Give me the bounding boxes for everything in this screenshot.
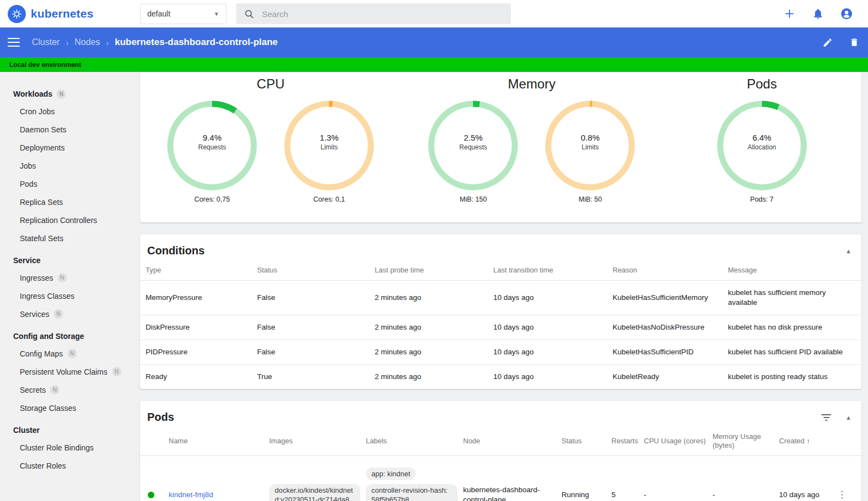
namespaced-badge: N — [112, 367, 121, 376]
sidebar-item-label: Deployments — [20, 143, 65, 152]
condition-type: PIDPressure — [140, 340, 257, 365]
pod-cpu-usage: - — [644, 456, 713, 501]
sidebar-item-deployments[interactable]: Deployments — [0, 138, 136, 157]
sidebar-item-label: Services — [20, 310, 49, 319]
search-icon — [244, 9, 254, 19]
row-actions-column — [837, 427, 861, 456]
delete-trash-icon[interactable] — [849, 37, 859, 48]
condition-message: kubelet has sufficient PID available — [728, 340, 861, 365]
pod-memory-usage: - — [713, 456, 779, 501]
row-actions-kebab-icon[interactable]: ⋮ — [837, 489, 847, 500]
donut-percent-value: 9.4% — [203, 133, 221, 142]
sidebar-item-persistent-volume-claims[interactable]: Persistent Volume Claims N — [0, 363, 136, 381]
sidebar-item-services[interactable]: Services N — [0, 305, 136, 323]
pod-name-link[interactable]: kindnet-fmj8d — [169, 491, 213, 499]
sidebar-group-label: Config and Storage — [13, 332, 84, 341]
sidebar-group-label: Workloads — [13, 90, 52, 98]
conditions-card: Conditions ▲ Type Status Last probe time… — [140, 235, 861, 389]
sidebar-item-cluster-role-bindings[interactable]: Cluster Role Bindings — [0, 438, 136, 457]
sidebar-item-storage-classes[interactable]: Storage Classes — [0, 399, 136, 417]
namespace-value: default — [147, 9, 214, 18]
donut-total: Pods: 7 — [750, 196, 774, 203]
chevron-down-icon: ▼ — [214, 11, 219, 17]
donut-label: Limits — [582, 143, 599, 151]
column-header: Status — [257, 260, 375, 281]
cpu-chart-title: CPU — [140, 76, 401, 94]
brand[interactable]: kubernetes — [0, 5, 136, 23]
pod-image-chip: docker.io/kindest/kindnetd:v20230511-dc7… — [269, 484, 360, 501]
sidebar-item-cluster-roles[interactable]: Cluster Roles — [0, 457, 136, 475]
pod-status-ok-icon — [148, 492, 154, 498]
sidebar-item-cron-jobs[interactable]: Cron Jobs — [0, 102, 136, 120]
sidebar-item-daemon-sets[interactable]: Daemon Sets — [0, 120, 136, 138]
namespaced-badge: N — [68, 349, 77, 358]
sidebar-item-label: Persistent Volume Claims — [20, 368, 108, 376]
notifications-bell-icon[interactable] — [811, 7, 825, 21]
create-resource-button[interactable] — [782, 7, 797, 21]
user-account-icon[interactable] — [839, 7, 854, 21]
pods-allocation-donut-chart: 6.4% Allocation Pods: 7 — [717, 101, 807, 203]
pod-created: 10 days ago — [779, 456, 837, 501]
condition-last-probe: 2 minutes ago — [375, 315, 493, 340]
condition-reason: KubeletReady — [613, 365, 728, 389]
condition-last-probe: 2 minutes ago — [375, 281, 493, 315]
breadcrumb-nodes[interactable]: Nodes — [75, 37, 100, 47]
cpu-requests-donut-chart: 9.4% Requests Cores: 0,75 — [167, 101, 257, 203]
memory-chart-title: Memory — [401, 76, 662, 94]
donut-label: Requests — [198, 143, 226, 151]
condition-reason: KubeletHasSufficientMemory — [613, 281, 728, 315]
sidebar-item-pods[interactable]: Pods — [0, 175, 136, 193]
donut-percent-value: 6.4% — [753, 133, 771, 142]
pods-title: Pods — [147, 411, 821, 424]
donut-total: Cores: 0,75 — [194, 196, 230, 203]
collapse-section-icon[interactable]: ▲ — [845, 414, 852, 421]
page-title: kubernetes-dashboard-control-plane — [115, 37, 278, 48]
brand-name: kubernetes — [31, 7, 93, 20]
chevron-right-icon: › — [66, 38, 69, 47]
namespaced-badge: N — [58, 273, 67, 282]
breadcrumb-cluster[interactable]: Cluster — [32, 37, 60, 47]
column-header: Name — [169, 427, 269, 456]
menu-hamburger-icon[interactable] — [8, 38, 20, 47]
column-header: Last transition time — [493, 260, 613, 281]
edit-pencil-icon[interactable] — [822, 37, 833, 48]
search-input[interactable] — [262, 9, 503, 19]
sidebar-item-config-maps[interactable]: Config Maps N — [0, 344, 136, 363]
condition-type: DiskPressure — [140, 315, 257, 340]
sidebar-item-replication-controllers[interactable]: Replication Controllers — [0, 211, 136, 229]
condition-message: kubelet has no disk pressure — [728, 315, 861, 340]
column-header: Reason — [613, 260, 728, 281]
pods-chart-title: Pods — [663, 76, 861, 94]
search-bar[interactable] — [236, 3, 511, 24]
condition-last-transition: 10 days ago — [493, 365, 613, 389]
pods-table: Name Images Labels Node Status Restarts … — [140, 427, 861, 501]
memory-requests-donut-chart: 2.5% Requests MiB: 150 — [428, 101, 518, 203]
conditions-header-row: Type Status Last probe time Last transit… — [140, 260, 861, 281]
sidebar-item-ingresses[interactable]: Ingresses N — [0, 269, 136, 287]
sidebar-item-secrets[interactable]: Secrets N — [0, 381, 136, 399]
donut-label: Requests — [459, 143, 487, 151]
table-row: MemoryPressure False 2 minutes ago 10 da… — [140, 281, 861, 315]
sidebar-item-jobs[interactable]: Jobs — [0, 157, 136, 175]
donut-percent-value: 2.5% — [464, 133, 482, 142]
namespaced-badge: N — [57, 90, 66, 99]
column-header-sorted[interactable]: Created ↑ — [779, 427, 837, 456]
sidebar-item-ingress-classes[interactable]: Ingress Classes — [0, 287, 136, 305]
table-row: Ready True 2 minutes ago 10 days ago Kub… — [140, 365, 861, 389]
sidebar-item-replica-sets[interactable]: Replica Sets — [0, 193, 136, 211]
sidebar-group-cluster[interactable]: Cluster — [0, 422, 136, 438]
namespaced-badge: N — [54, 309, 63, 319]
sidebar-item-stateful-sets[interactable]: Stateful Sets — [0, 229, 136, 247]
condition-last-transition: 10 days ago — [493, 315, 613, 340]
sidebar-group-config-storage[interactable]: Config and Storage — [0, 328, 136, 344]
column-header: CPU Usage (cores) — [644, 427, 713, 456]
filter-icon[interactable] — [821, 414, 831, 421]
condition-reason: KubeletHasSufficientPID — [613, 340, 728, 365]
collapse-section-icon[interactable]: ▲ — [845, 248, 852, 254]
pod-labels: app: kindnet controller-revision-hash: 5… — [366, 463, 458, 501]
sidebar-group-workloads[interactable]: Workloads N — [0, 86, 136, 102]
namespace-selector[interactable]: default ▼ — [140, 4, 226, 24]
condition-last-transition: 10 days ago — [493, 340, 613, 365]
sidebar-group-service[interactable]: Service — [0, 252, 136, 269]
table-row: DiskPressure False 2 minutes ago 10 days… — [140, 315, 861, 340]
